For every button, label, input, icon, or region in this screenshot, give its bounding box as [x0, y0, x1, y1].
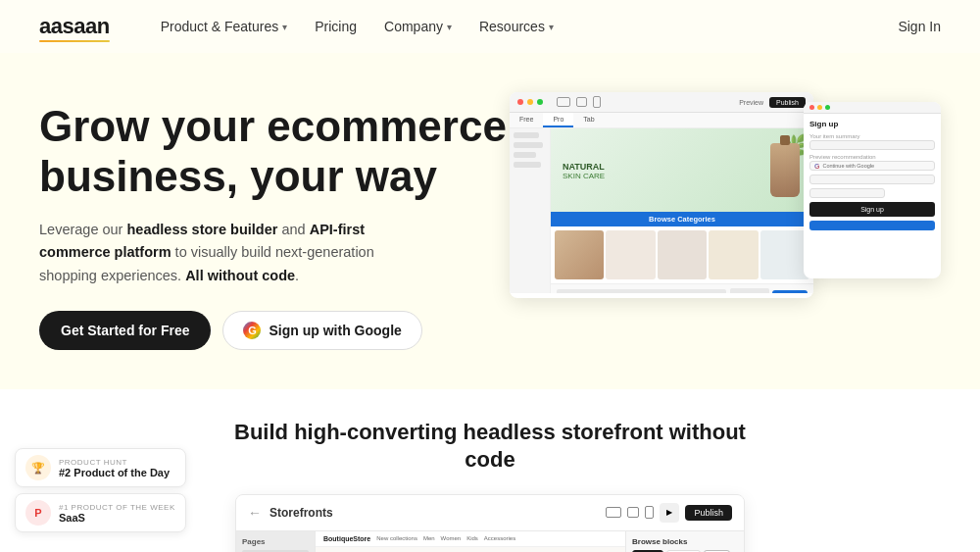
- signup-form: Sign up Your item summary Preview recomm…: [804, 114, 941, 236]
- logo[interactable]: aasaan: [39, 14, 110, 39]
- form-field-4: [809, 188, 885, 198]
- nav-item-resources[interactable]: Resources ▾: [479, 19, 554, 34]
- browser-top-bar: Preview Publish: [510, 92, 813, 113]
- field-label-name: Your item summary: [809, 133, 935, 139]
- ph-badge-day-text: PRODUCT HUNT #2 Product of the Day: [59, 458, 170, 478]
- cart-items: [557, 289, 726, 293]
- logo-underline: [39, 40, 110, 43]
- form-field-3: [809, 175, 935, 184]
- field-label-2: Preview recommendation: [809, 154, 935, 160]
- hero-preview: Preview Publish Free Pro Tab: [510, 92, 941, 308]
- ph-p-icon: P: [25, 500, 51, 526]
- storefronts-bar: ← Storefronts ▶ Publish: [236, 495, 744, 531]
- sidebar-item: [514, 162, 541, 168]
- browser-layout: NATURAL SKIN CARE 🌿 Browse Categories: [510, 128, 813, 293]
- browser-actions: Preview Publish: [739, 97, 806, 108]
- browser-content-tabs: Free Pro Tab: [510, 113, 813, 128]
- sidebar-item: [514, 132, 539, 138]
- preview-play-button[interactable]: ▶: [660, 503, 679, 523]
- mobile-icon: [593, 96, 601, 108]
- boutique-logo: BoutiqueStore: [323, 535, 370, 542]
- browser-content: NATURAL SKIN CARE 🌿 Browse Categories: [510, 128, 813, 293]
- signup-browser-mockup: Sign up Your item summary Preview recomm…: [804, 102, 941, 278]
- ph-badge-day-title: #2 Product of the Day: [59, 467, 170, 478]
- sf-device-icons: [606, 506, 654, 519]
- bold-headless: headless store builder: [126, 222, 277, 237]
- desktop-icon: [557, 97, 570, 107]
- left-sidebar: [510, 128, 551, 293]
- browse-categories-bar: Browse Categories: [551, 212, 813, 226]
- get-started-button[interactable]: Get Started for Free: [39, 311, 211, 350]
- product-hunt-badges: 🏆 PRODUCT HUNT #2 Product of the Day P #…: [15, 448, 186, 532]
- skincare-text: NATURAL SKIN CARE: [563, 161, 605, 179]
- tablet-icon: [627, 507, 639, 518]
- navigation: aasaan Product & Features ▾ Pricing Comp…: [0, 0, 980, 53]
- cart-item-row: [557, 289, 726, 293]
- sf-right-panel: Browse blocks Current Dynamic Static Sli…: [626, 531, 744, 552]
- nav-item-product[interactable]: Product & Features ▾: [161, 19, 288, 34]
- boutique-link-1: New collections: [376, 535, 417, 541]
- cart-area: Add to cart: [551, 283, 813, 293]
- hero-content: Grow your ecommerce business, your way L…: [39, 92, 510, 350]
- arrow-left-icon: ←: [248, 505, 262, 521]
- google-icon: G: [243, 322, 261, 339]
- sign-up-google-button[interactable]: G Sign up with Google: [222, 311, 421, 350]
- device-icons: [557, 96, 601, 108]
- sf-main-preview: BoutiqueStore New collections Men Women …: [315, 531, 626, 552]
- main-content-area: NATURAL SKIN CARE 🌿 Browse Categories: [551, 128, 813, 293]
- storefronts-label: Storefronts: [270, 506, 333, 520]
- chevron-down-icon: ▾: [282, 22, 287, 32]
- ph-badge-day: 🏆 PRODUCT HUNT #2 Product of the Day: [15, 448, 186, 487]
- product-thumb-1: [555, 230, 604, 279]
- ph-badge-week-title: SaaS: [59, 512, 175, 524]
- chevron-down-icon: ▾: [549, 22, 554, 32]
- hero-title: Grow your ecommerce business, your way: [39, 102, 510, 201]
- product-bottle: [770, 143, 800, 197]
- boutique-link-2: Men: [423, 535, 435, 541]
- tab-pro: Pro: [543, 113, 573, 127]
- sidebar-item: [514, 142, 543, 148]
- skincare-banner: NATURAL SKIN CARE 🌿: [551, 128, 813, 212]
- hero-section: Grow your ecommerce business, your way L…: [0, 53, 980, 389]
- mobile-icon: [645, 506, 654, 519]
- google-auth-field: G Continue with Google: [809, 161, 935, 171]
- section-title-line1: Build high-converting headless storefron…: [234, 420, 746, 444]
- browse-blocks-title: Browse blocks: [632, 537, 738, 546]
- tab-tab: Tab: [573, 113, 604, 127]
- browser-dot-yellow: [527, 99, 533, 105]
- sf-bar-right: ▶ Publish: [606, 503, 732, 523]
- product-grid: [551, 226, 813, 283]
- signup-title: Sign up: [809, 120, 935, 128]
- sf-publish-button[interactable]: Publish: [685, 505, 732, 521]
- section-title-line2: code: [465, 447, 514, 472]
- payment-icons: [730, 288, 769, 293]
- product-thumb-2: [606, 230, 655, 279]
- ph-week-label: #1 PRODUCT OF THE WEEK: [59, 503, 175, 512]
- nav-item-company[interactable]: Company ▾: [384, 19, 452, 34]
- signup-browser-bar: [804, 102, 941, 114]
- boutique-link-4: Kids: [466, 535, 478, 541]
- cart-button: Add to cart: [772, 290, 808, 293]
- chevron-down-icon: ▾: [447, 22, 452, 32]
- g-mini-icon: G: [814, 163, 819, 170]
- sidebar-item: [514, 152, 536, 158]
- signin-link[interactable]: Sign In: [898, 19, 941, 34]
- desktop-icon: [606, 507, 621, 518]
- main-browser-mockup: Preview Publish Free Pro Tab: [510, 92, 813, 298]
- signup-submit-button[interactable]: Sign up: [809, 202, 935, 217]
- storefronts-preview: ← Storefronts ▶ Publish Pages: [235, 494, 745, 552]
- product-thumb-3: [658, 230, 707, 279]
- nav-item-pricing[interactable]: Pricing: [315, 19, 357, 34]
- boutique-link-3: Women: [441, 535, 462, 541]
- product-thumb-4: [709, 230, 758, 279]
- sf-pages-panel: Pages: [236, 531, 315, 552]
- sf-bar-left: ← Storefronts: [248, 505, 333, 521]
- cart-actions: Add to cart: [730, 288, 808, 293]
- browser-dot-red: [517, 99, 523, 105]
- product-thumb-5: [760, 230, 809, 279]
- tablet-icon: [576, 97, 587, 107]
- boutique-body: [316, 547, 625, 552]
- nav-links: Product & Features ▾ Pricing Company ▾ R…: [161, 19, 867, 34]
- preview-label: Preview: [739, 99, 763, 106]
- sf-content: Pages BoutiqueStore New collections Men …: [236, 531, 744, 552]
